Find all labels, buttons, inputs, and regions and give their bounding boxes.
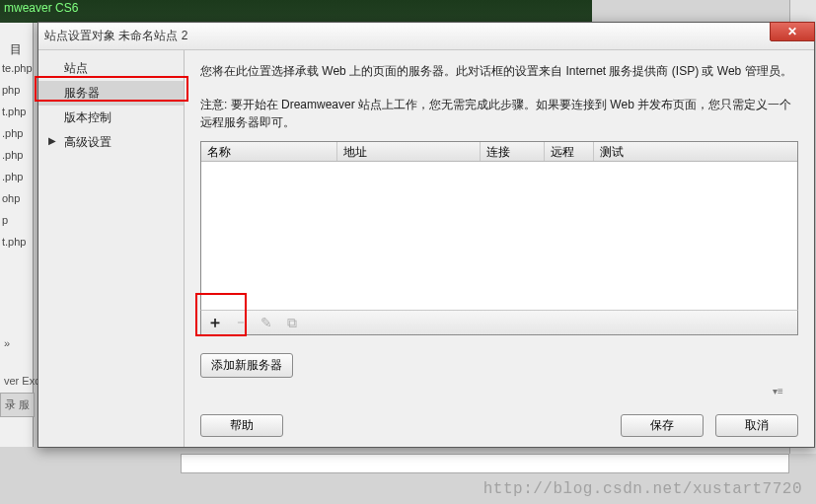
add-server-icon[interactable]: ＋	[207, 315, 223, 330]
sidebar-item-servers[interactable]: 服务器	[38, 81, 184, 106]
sidebar-item-advanced[interactable]: ▶高级设置	[38, 130, 184, 155]
sidebar-item-label: 版本控制	[64, 110, 111, 124]
remove-server-icon: －	[233, 315, 249, 330]
dialog-footer: 帮助 保存 取消	[200, 414, 798, 437]
description-text: 您将在此位置选择承载 Web 上的页面的服务器。此对话框的设置来自 Intern…	[200, 62, 798, 80]
bg-heading: 目	[10, 41, 22, 58]
dialog-titlebar: 站点设置对象 未命名站点 2 ✕	[38, 23, 814, 50]
bg-arrows: »	[0, 333, 14, 353]
servers-table: 名称 地址 连接 远程 测试	[200, 141, 798, 311]
app-titlebar-fragment: mweaver CS6	[0, 0, 592, 23]
note-text: 注意: 要开始在 Dreamweaver 站点上工作，您无需完成此步骤。如果要连…	[200, 96, 798, 131]
add-new-server-button[interactable]: 添加新服务器	[200, 353, 293, 378]
bg-file-list: te.phpphpt.php .php.php.php ohppt.php	[0, 57, 34, 252]
duplicate-server-icon: ⧉	[284, 315, 300, 330]
col-address[interactable]: 地址	[337, 142, 481, 161]
col-connection[interactable]: 连接	[481, 142, 545, 161]
table-body-empty	[201, 162, 797, 310]
sidebar-item-site[interactable]: 站点	[38, 56, 184, 81]
collapse-icon[interactable]: ▾≡	[773, 386, 792, 397]
bg-bottom-tabs: 录 服	[0, 393, 35, 417]
dialog-content: 您将在此位置选择承载 Web 上的页面的服务器。此对话框的设置来自 Intern…	[185, 50, 814, 447]
col-name[interactable]: 名称	[201, 142, 337, 161]
edit-server-icon: ✎	[259, 315, 274, 330]
col-test[interactable]: 测试	[594, 142, 797, 161]
help-button[interactable]: 帮助	[200, 414, 283, 437]
table-header: 名称 地址 连接 远程 测试	[201, 142, 797, 162]
sidebar-item-version-control[interactable]: 版本控制	[38, 106, 184, 130]
site-setup-dialog: 站点设置对象 未命名站点 2 ✕ 站点 服务器 版本控制 ▶高级设置 您将在此位…	[37, 22, 815, 448]
servers-toolbar: ＋ － ✎ ⧉	[200, 310, 798, 335]
cancel-button[interactable]: 取消	[715, 414, 798, 437]
dialog-title: 站点设置对象 未命名站点 2	[44, 28, 187, 44]
chevron-right-icon: ▶	[48, 135, 56, 146]
watermark: http://blog.csdn.net/xustart7720	[483, 480, 802, 498]
sidebar-item-label: 服务器	[64, 86, 100, 100]
close-button[interactable]: ✕	[770, 22, 815, 41]
bottom-bar	[181, 454, 789, 473]
save-button[interactable]: 保存	[621, 414, 704, 437]
dialog-sidebar: 站点 服务器 版本控制 ▶高级设置	[38, 50, 185, 447]
sidebar-item-label: 高级设置	[64, 135, 111, 149]
col-remote[interactable]: 远程	[545, 142, 594, 161]
sidebar-item-label: 站点	[64, 61, 88, 75]
